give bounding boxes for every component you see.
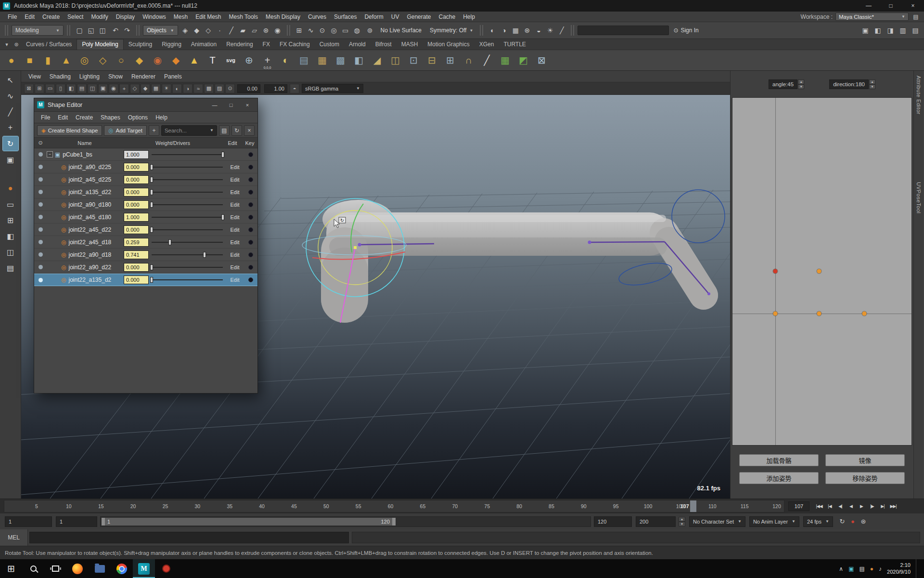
weight-value-field[interactable]: 1.000 [124, 150, 149, 159]
shape-editor-row-joint2-a90-d225[interactable]: ◎joint2_a90_d2250.000Edit [34, 161, 257, 173]
render-settings-icon[interactable]: ⊛ [521, 25, 533, 36]
layout-outliner-icon[interactable]: ▤ [3, 261, 18, 275]
toolbar-grip[interactable] [5, 25, 8, 36]
lasso-tool[interactable]: ∿ [3, 89, 18, 103]
select-tool[interactable]: ↖ [3, 73, 18, 87]
start-button[interactable]: ⊞ [0, 559, 22, 578]
frame-tick-60[interactable]: 60 [388, 500, 394, 512]
angle-field[interactable]: angle:45 [769, 79, 797, 89]
shelf-tab-menu-icon[interactable]: ▾ [2, 39, 12, 49]
animation-start-field[interactable]: 1 [5, 516, 52, 527]
type-tool-icon[interactable]: T [204, 52, 221, 69]
toolbar-grip[interactable] [136, 25, 140, 36]
menu-curves[interactable]: Curves [304, 13, 330, 20]
open-scene-icon[interactable]: ◱ [85, 25, 97, 36]
character-set-select[interactable]: No Character Set ▼ [689, 516, 745, 527]
menu-deform[interactable]: Deform [360, 13, 387, 20]
visibility-toggle[interactable] [34, 227, 47, 232]
resolution-gate-icon[interactable]: ▯ [56, 84, 65, 93]
key-cell[interactable] [244, 227, 257, 232]
snap-to-view-plane-icon[interactable]: ▭ [340, 25, 351, 36]
live-surface-select[interactable]: No Live Surface [377, 25, 425, 36]
menu-modify[interactable]: Modify [87, 13, 112, 20]
maya-app[interactable]: M [133, 559, 155, 578]
weight-value-field[interactable]: 0.000 [124, 263, 149, 272]
weight-value-field[interactable]: 0.259 [124, 238, 149, 247]
hypershade-icon[interactable]: ◒ [533, 25, 544, 36]
safe-title-icon[interactable]: ▣ [98, 84, 108, 93]
view-transform-select[interactable]: sRGB gamma ▼ [302, 84, 363, 93]
frame-tick-120[interactable]: 120 [772, 500, 781, 512]
gamma-field[interactable]: 1.00 [264, 84, 287, 93]
loop-icon[interactable]: ↻ [837, 516, 847, 527]
bridge-icon[interactable]: ∩ [460, 52, 477, 69]
target-weld-icon[interactable]: ⊠ [533, 52, 551, 69]
key-cell[interactable] [244, 202, 257, 207]
mirror-button[interactable]: 镜像 [825, 454, 905, 466]
make-object-live-icon[interactable]: ◍ [351, 25, 363, 36]
shape-name[interactable]: joint2_a45_d180 [68, 214, 111, 221]
snap-to-grid-icon[interactable]: ⊞ [294, 25, 305, 36]
weight-value-field[interactable]: 0.000 [124, 276, 149, 284]
face-mask-icon[interactable]: ▰ [237, 25, 249, 36]
shape-name[interactable]: joint22_a45_d22 [68, 226, 111, 233]
frame-tick-30[interactable]: 30 [195, 500, 201, 512]
playback-speed-select[interactable]: 24 fps ▼ [803, 516, 833, 527]
poly-torus-icon[interactable]: ◎ [76, 52, 93, 69]
tray-volume-icon[interactable]: ♪ [879, 565, 882, 572]
pose-dot-3[interactable] [817, 312, 821, 316]
poly-sphere-icon[interactable]: ● [2, 52, 20, 69]
panel-menu-panels[interactable]: Panels [160, 73, 186, 80]
shape-name[interactable]: joint22_a90_d22 [68, 264, 111, 271]
shaded-icon[interactable]: ◆ [141, 84, 150, 93]
boolean-icon[interactable]: ⊡ [405, 52, 423, 69]
frame-tick-35[interactable]: 35 [227, 500, 232, 512]
shape-editor-menu-create[interactable]: Create [72, 114, 97, 121]
visibility-toggle[interactable] [34, 202, 47, 207]
next-frame-button[interactable]: |▶ [867, 501, 877, 511]
anim-preferences-icon[interactable]: ⊛ [858, 516, 869, 527]
add-pose-button[interactable]: 添加姿势 [739, 472, 819, 484]
select-by-object-icon[interactable]: ◆ [191, 25, 203, 36]
weight-value-field[interactable]: 0.000 [124, 200, 149, 209]
wireframe-icon[interactable]: ◇ [130, 84, 140, 93]
frame-tick-40[interactable]: 40 [259, 500, 265, 512]
shelf-tab-curves-surfaces[interactable]: Curves / Surfaces [21, 39, 77, 50]
range-start-handle[interactable] [102, 518, 105, 525]
shape-editor-row-joint2-a45-d225[interactable]: ◎joint2_a45_d2250.000Edit [34, 173, 257, 186]
shape-editor-menu-help[interactable]: Help [152, 114, 171, 121]
shelf-gear-icon[interactable]: ⊛ [12, 39, 21, 49]
menu-windows[interactable]: Windows [139, 13, 170, 20]
edit-button[interactable]: Edit [226, 164, 244, 170]
shape-name[interactable]: joint2_a90_d225 [68, 164, 111, 171]
shape-name[interactable]: joint2_a45_d225 [68, 176, 111, 183]
weight-slider[interactable] [152, 163, 223, 171]
slider-handle[interactable] [150, 177, 153, 183]
visibility-toggle[interactable] [34, 215, 47, 219]
tray-maya-icon[interactable]: ▣ [848, 565, 854, 572]
pose-dot-1[interactable] [773, 269, 777, 273]
visibility-toggle[interactable] [34, 165, 47, 169]
previous-frame-button[interactable]: ◀| [835, 501, 845, 511]
menu-uv[interactable]: UV [387, 13, 403, 20]
shape-editor-row-joint22-a45-d22[interactable]: ◎joint22_a45_d220.000Edit [34, 223, 257, 236]
numeric-input-field[interactable] [578, 26, 669, 35]
remove-pose-button[interactable]: 移除姿势 [825, 472, 905, 484]
snap-to-point-icon[interactable]: ⊙ [317, 25, 328, 36]
slider-handle[interactable] [150, 202, 153, 208]
range-stepper[interactable]: ▲▼ [679, 517, 685, 526]
paint-effects-icon[interactable]: ╱ [556, 25, 567, 36]
tray-display-icon[interactable]: ▤ [859, 565, 864, 572]
key-cell[interactable] [244, 277, 257, 282]
shape-editor-row-pcube1-bs[interactable]: −▣pCube1_bs1.000 [34, 148, 257, 161]
menu-cache[interactable]: Cache [435, 13, 459, 20]
rendering-mask-icon[interactable]: ◉ [272, 25, 283, 36]
color-managed-icon[interactable]: ◓ [290, 84, 299, 93]
shelf-tab-rendering[interactable]: Rendering [221, 39, 257, 50]
frame-tick-75[interactable]: 75 [484, 500, 490, 512]
visibility-toggle[interactable] [34, 152, 47, 157]
visibility-toggle[interactable] [34, 177, 47, 182]
lattice-icon[interactable]: ▦ [313, 52, 331, 69]
create-blend-shape-button[interactable]: ◈ Create Blend Shape [37, 125, 102, 136]
slider-handle[interactable] [203, 252, 206, 258]
